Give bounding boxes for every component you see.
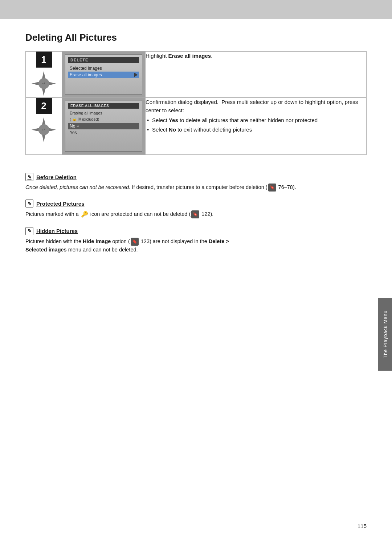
main-content: Deleting All Pictures 1 ↵ DE <box>0 19 392 277</box>
ref-icon-pages: 🔖 <box>268 184 276 192</box>
paren-open: ( <box>70 117 71 121</box>
step-2-option-yes: Yes <box>68 129 139 136</box>
note-hidden-pictures: ✎ Hidden Pictures Pictures hidden with t… <box>25 227 367 254</box>
step-1-menu-selected-images: Selected images <box>68 65 139 72</box>
dpad-down-1 <box>40 88 48 96</box>
note-protected-pictures: ✎ Protected Pictures Pictures marked wit… <box>25 200 367 219</box>
note-protected-pictures-title: Protected Pictures <box>36 201 85 207</box>
steps-table: 1 ↵ DELETE Selected images Erase a <box>25 51 367 155</box>
step-2-no-label: No <box>70 124 75 129</box>
step-2-row: 2 ↵ ERASE ALL IMAGES Erasing all images <box>26 98 367 155</box>
step-1-screen-cell: DELETE Selected images Erase all images <box>62 52 146 98</box>
note-hidden-pictures-title: Hidden Pictures <box>36 228 78 234</box>
note-before-deletion-text: Once deleted, pictures can not be recove… <box>25 183 367 192</box>
note-protected-pictures-text: Pictures marked with a 🔑 icon are protec… <box>25 210 367 219</box>
note-hidden-pictures-text: Pictures hidden with the Hide image opti… <box>25 237 367 254</box>
note-before-deletion-title: Before Deletion <box>36 174 77 180</box>
dpad-down-2 <box>40 134 48 142</box>
note-before-deletion: ✎ Before Deletion Once deleted, pictures… <box>25 173 367 192</box>
step-1-screen: DELETE Selected images Erase all images <box>65 55 142 94</box>
notes-section: ✎ Before Deletion Once deleted, pictures… <box>25 173 367 254</box>
dpad-center-1: ↵ <box>38 78 49 89</box>
step-1-screen-title: DELETE <box>68 57 139 63</box>
step-1-row: 1 ↵ DELETE Selected images Erase a <box>26 52 367 98</box>
step-2-option-no: No ↵ <box>68 123 139 129</box>
sidebar-tab-label: The Playback Menu <box>383 310 388 358</box>
dpad-right-1 <box>48 80 56 87</box>
page-number: 115 <box>358 523 367 529</box>
step-2-yes-label: Yes <box>70 130 77 135</box>
step-1-desc-cell: Highlight Erase all images. <box>146 52 367 98</box>
step-2-screen-cell: ERASE ALL IMAGES Erasing all images ( 🔒 … <box>62 98 146 155</box>
dpad-right-2 <box>48 126 56 133</box>
step-1-arrow-icon <box>134 73 138 77</box>
sidebar-tab: The Playback Menu <box>378 298 392 371</box>
lock-icon: 🔒 <box>72 117 77 121</box>
step-2-desc-intro: Confirmation dialog displayed. Press mul… <box>146 98 366 115</box>
note-protected-pictures-heading: ✎ Protected Pictures <box>25 200 367 207</box>
enter-icon: ↵ <box>77 124 79 128</box>
step-1-menu-erase-all: Erase all images <box>68 72 139 78</box>
step-2-number-cell: 2 ↵ <box>26 98 62 155</box>
step-2-box: 2 <box>36 98 52 114</box>
key-lock-icon: 🔑 <box>81 210 88 219</box>
page-title: Deleting All Pictures <box>25 32 367 43</box>
step-2-bullet-no: Select No to exit without deleting pictu… <box>146 126 366 134</box>
step-2-excluded: ( 🔒 ⊞ excluded) <box>68 116 139 123</box>
step-1-erase-label: Erase all images <box>70 72 102 77</box>
pencil-icon-1: ✎ <box>25 173 33 181</box>
step-2-screen-sub: Erasing all images <box>68 110 139 116</box>
ref-icon-123: 🔖 <box>131 238 139 246</box>
dpad-2: ↵ <box>32 117 56 142</box>
grid-icon: ⊞ <box>78 117 81 121</box>
ref-icon-122: 🔖 <box>191 210 199 218</box>
dpad-center-2: ↵ <box>38 124 49 135</box>
step-2-bullet-yes: Select Yes to delete all pictures that a… <box>146 116 366 125</box>
step-1-number-cell: 1 ↵ <box>26 52 62 98</box>
step-1-desc-highlight: Highlight Erase all images. <box>146 53 212 59</box>
note-before-deletion-heading: ✎ Before Deletion <box>25 173 367 181</box>
page-header-bar <box>0 0 392 19</box>
excluded-label: excluded) <box>82 117 99 121</box>
step-2-screen-title: ERASE ALL IMAGES <box>68 103 139 109</box>
step-1-box: 1 <box>36 52 52 68</box>
note-hidden-pictures-heading: ✎ Hidden Pictures <box>25 227 367 235</box>
dpad-1: ↵ <box>32 71 56 96</box>
pencil-icon-2: ✎ <box>25 200 33 207</box>
step-2-screen: ERASE ALL IMAGES Erasing all images ( 🔒 … <box>65 101 142 152</box>
step-2-bullet-list: Select Yes to delete all pictures that a… <box>146 116 366 134</box>
step-2-desc-cell: Confirmation dialog displayed. Press mul… <box>146 98 367 155</box>
pencil-icon-3: ✎ <box>25 227 33 235</box>
